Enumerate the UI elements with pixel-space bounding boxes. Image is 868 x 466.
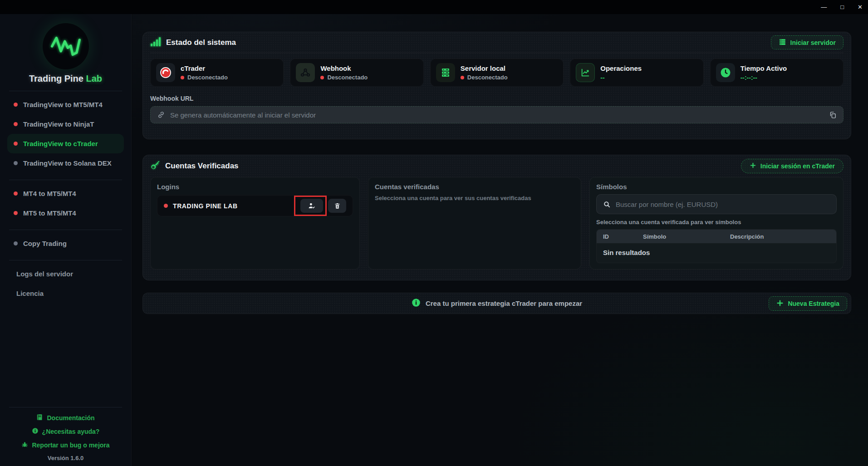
divider	[9, 260, 122, 260]
card-title: Operaciones	[600, 64, 642, 72]
status-dot-icon	[14, 122, 18, 126]
symbols-panel: Símbolos Selecciona una cuenta verificad…	[589, 177, 843, 270]
waveform-logo-icon	[43, 23, 89, 69]
webhook-url-label: Webhook URL	[150, 95, 843, 102]
maximize-icon[interactable]: □	[840, 4, 844, 10]
red-dot-icon	[320, 76, 324, 79]
sidebar-item-tradingview-mt5[interactable]: TradingView to MT5/MT4	[7, 95, 124, 114]
nav-links: Logs del servidor Licencia	[0, 264, 131, 303]
start-server-label: Iniciar servidor	[790, 39, 836, 46]
status-card-ctrader: cTrader Desconectado	[150, 59, 284, 87]
sidebar-footer: Documentación ¿Necesitas ayuda? Reportar…	[0, 400, 131, 466]
strategy-banner: Crea tu primera estrategia cTrader para …	[142, 293, 851, 314]
sidebar-item-mt4[interactable]: MT4 to MT5/MT4	[7, 184, 124, 203]
symbol-search-input[interactable]	[616, 201, 830, 208]
sidebar-item-label: Logs del servidor	[16, 270, 73, 278]
sidebar-item-copy-trading[interactable]: Copy Trading	[7, 234, 124, 253]
accounts-panel-title: Cuentas Verificadas	[165, 162, 239, 171]
bug-icon	[21, 441, 28, 449]
sidebar-item-tradingview-solana[interactable]: TradingView to Solana DEX	[7, 153, 124, 173]
accounts-subpanels: Logins TRADING PINE LAB	[150, 177, 843, 270]
sidebar-item-tradingview-ninjat[interactable]: TradingView to NinjaT	[7, 114, 124, 134]
status-dot-icon	[14, 211, 18, 215]
divider	[9, 180, 122, 180]
status-card-webhook: Webhook Desconectado	[290, 59, 423, 87]
sidebar-item-label: TradingView to NinjaT	[23, 120, 94, 128]
minimize-icon[interactable]: —	[821, 4, 827, 10]
symbols-table-header: ID Símbolo Descripción	[597, 230, 836, 243]
delete-login-button[interactable]	[328, 199, 346, 213]
info-icon	[412, 298, 421, 309]
status-dot-icon	[14, 241, 18, 245]
status-dot-icon	[164, 204, 168, 208]
link-icon	[157, 111, 165, 119]
start-server-button[interactable]: Iniciar servidor	[771, 35, 843, 49]
server-rack-icon	[436, 63, 455, 82]
login-ctrader-button[interactable]: Iniciar sesión en cTrader	[741, 159, 843, 173]
new-strategy-label: Nueva Estrategia	[788, 300, 839, 307]
new-strategy-button[interactable]: Nueva Estrategia	[769, 296, 847, 311]
status-dot-icon	[14, 103, 18, 107]
key-icon	[150, 160, 160, 172]
nav-primary: TradingView to MT5/MT4 TradingView to Ni…	[0, 95, 131, 173]
search-icon	[603, 201, 611, 208]
app-title: Trading Pine Lab	[0, 74, 131, 84]
ctrader-icon	[156, 63, 175, 82]
card-value: --	[600, 74, 642, 81]
divider	[9, 407, 122, 407]
titlebar: — □ ✕	[0, 0, 868, 14]
symbols-hint: Selecciona una cuenta verificada para ve…	[596, 219, 837, 226]
main-content: Estado del sistema Iniciar servidor	[132, 14, 868, 466]
report-bug-link[interactable]: Reportar un bug o mejora	[0, 438, 131, 452]
sidebar-item-label: Copy Trading	[23, 240, 67, 247]
version-label: Versión 1.6.0	[0, 455, 131, 461]
card-title: Webhook	[320, 64, 368, 72]
sidebar-item-license[interactable]: Licencia	[7, 284, 124, 303]
brand-white: Trading Pine	[29, 74, 83, 83]
symbols-title: Símbolos	[596, 183, 837, 191]
copy-icon[interactable]	[829, 111, 837, 119]
nav-tertiary: Copy Trading	[0, 234, 131, 253]
book-icon	[36, 414, 43, 422]
verified-title: Cuentas verificadas	[375, 183, 574, 191]
help-link[interactable]: ¿Necesitas ayuda?	[0, 425, 131, 438]
status-dot-icon	[14, 142, 18, 146]
login-name: TRADING PINE LAB	[173, 202, 238, 210]
symbols-table: ID Símbolo Descripción Sin resultados	[596, 229, 837, 263]
webhook-url-input[interactable]	[170, 111, 824, 119]
logins-panel: Logins TRADING PINE LAB	[150, 177, 360, 270]
red-dot-icon	[461, 76, 464, 79]
sidebar-item-server-logs[interactable]: Logs del servidor	[7, 264, 124, 284]
sidebar-item-label: Licencia	[16, 289, 44, 297]
webhook-icon	[296, 63, 315, 82]
banner-text: Crea tu primera estrategia cTrader para …	[426, 299, 582, 307]
verified-accounts-subpanel: Cuentas verificadas Selecciona una cuent…	[368, 177, 581, 270]
documentation-link[interactable]: Documentación	[0, 411, 131, 425]
card-value: --:--:--	[740, 74, 787, 81]
card-status-label: Desconectado	[327, 74, 368, 81]
status-dot-icon	[14, 191, 18, 196]
card-status-label: Desconectado	[187, 74, 228, 81]
card-title: cTrader	[181, 64, 228, 72]
login-row[interactable]: TRADING PINE LAB	[157, 195, 353, 216]
sidebar-item-tradingview-ctrader[interactable]: TradingView to cTrader	[7, 134, 124, 153]
footer-link-label: ¿Necesitas ayuda?	[42, 428, 100, 435]
card-status-label: Desconectado	[467, 74, 508, 81]
verify-account-button[interactable]	[300, 199, 323, 213]
status-cards-row: cTrader Desconectado Webhook Desconectad…	[150, 59, 843, 87]
status-card-uptime: Tiempo Activo --:--:--	[710, 59, 843, 87]
col-description: Descripción	[730, 233, 830, 240]
nav-secondary: MT4 to MT5/MT4 MT5 to MT5/MT4	[0, 184, 131, 223]
verified-empty-hint: Selecciona una cuenta para ver sus cuent…	[375, 195, 574, 201]
status-dot-icon	[14, 161, 18, 165]
sidebar-item-label: MT5 to MT5/MT4	[23, 209, 76, 217]
status-card-local-server: Servidor local Desconectado	[430, 59, 564, 87]
logins-title: Logins	[157, 183, 353, 191]
webhook-url-field	[150, 106, 843, 123]
footer-link-label: Documentación	[47, 414, 94, 422]
card-title: Tiempo Activo	[740, 64, 787, 72]
sidebar-item-label: TradingView to MT5/MT4	[23, 101, 103, 108]
sidebar-item-mt5[interactable]: MT5 to MT5/MT4	[7, 203, 124, 223]
app-logo: Trading Pine Lab	[0, 14, 131, 84]
close-icon[interactable]: ✕	[858, 4, 863, 10]
